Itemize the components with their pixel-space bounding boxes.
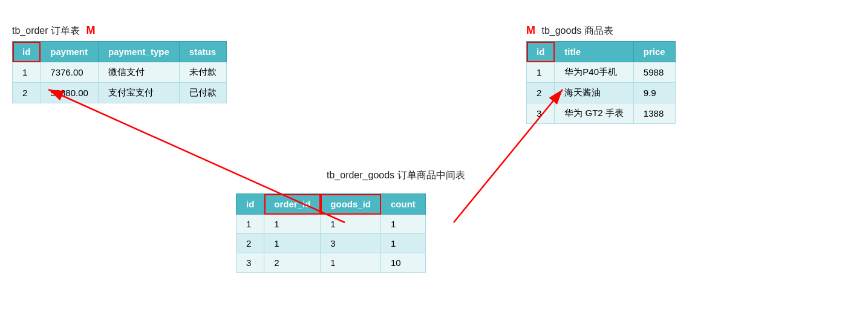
table-row: 1 1 1 1 (237, 215, 426, 234)
tb-order-title: tb_order 订单表 (12, 25, 80, 36)
tb-order-goods-table: id order_id goods_id count 1 1 1 1 2 1 3 (236, 193, 426, 273)
tb-order-col-id: id (13, 42, 41, 62)
middle-label-text: tb_order_goods 订单商品中间表 (327, 170, 465, 180)
tb-goods-col-title: title (555, 42, 634, 62)
tb-order-goods-section: id order_id goods_id count 1 1 1 1 2 1 3 (236, 193, 426, 273)
tb-og-col-order-id: order_id (264, 194, 321, 215)
tb-og-col-goods-id: goods_id (321, 194, 381, 215)
tb-order-col-payment-type: payment_type (98, 42, 179, 62)
tb-goods-table: id title price 1 华为P40手机 5988 2 海天酱油 9.9… (526, 41, 676, 124)
tb-order-section: tb_order 订单表 M id payment payment_type s… (12, 24, 227, 103)
tb-order-col-payment: payment (41, 42, 99, 62)
middle-label: tb_order_goods 订单商品中间表 (327, 169, 465, 182)
tb-goods-title: tb_goods 商品表 (541, 25, 613, 36)
tb-goods-section: M tb_goods 商品表 id title price 1 华为P40手机 … (526, 24, 676, 124)
tb-goods-col-price: price (633, 42, 675, 62)
table-row: 2 海天酱油 9.9 (527, 83, 676, 103)
table-row: 1 7376.00 微信支付 未付款 (13, 62, 227, 83)
page-container: tb_order 订单表 M id payment payment_type s… (0, 0, 868, 318)
tb-og-col-id: id (237, 194, 264, 215)
tb-goods-badge: M (526, 24, 535, 36)
tb-order-label: tb_order 订单表 M (12, 24, 227, 37)
table-row: 3 华为 GT2 手表 1388 (527, 103, 676, 124)
tb-goods-col-id: id (527, 42, 555, 62)
table-row: 3 2 1 10 (237, 253, 426, 273)
tb-order-col-status: status (179, 42, 226, 62)
tb-og-col-count: count (381, 194, 426, 215)
tb-order-table: id payment payment_type status 1 7376.00… (12, 41, 227, 103)
tb-goods-label: M tb_goods 商品表 (526, 24, 676, 37)
table-row: 2 1 3 1 (237, 234, 426, 253)
table-row: 1 华为P40手机 5988 (527, 62, 676, 83)
tb-order-badge: M (86, 24, 96, 36)
table-row: 2 59880.00 支付宝支付 已付款 (13, 83, 227, 103)
